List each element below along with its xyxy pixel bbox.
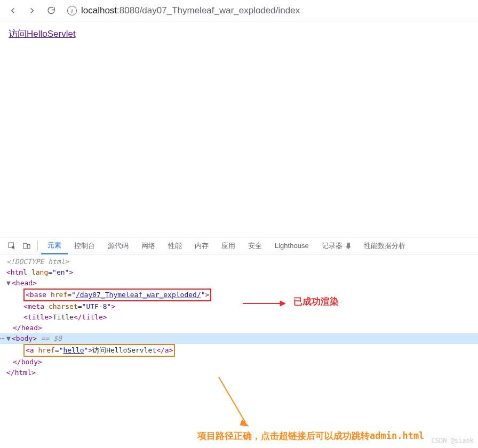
tab-application[interactable]: 应用: [215, 237, 242, 254]
site-info-icon[interactable]: i: [67, 6, 77, 15]
elements-panel[interactable]: <!DOCTYPE html> <html lang="en"> ▼<head>…: [0, 254, 478, 448]
code-body-close[interactable]: </body>: [0, 357, 478, 367]
code-anchor[interactable]: <a href="hello">访问HelloServlet</a>: [0, 344, 478, 357]
device-toggle-icon[interactable]: [19, 242, 34, 250]
tab-security[interactable]: 安全: [242, 237, 268, 254]
code-html-close[interactable]: </html>: [0, 367, 478, 378]
devtools-panel: 元素 控制台 源代码 网络 性能 内存 应用 安全 Lighthouse 记录器…: [0, 237, 478, 448]
tab-elements[interactable]: 元素: [41, 237, 68, 254]
tab-sources[interactable]: 源代码: [101, 237, 135, 254]
back-button[interactable]: [4, 2, 21, 19]
tab-performance[interactable]: 性能: [162, 237, 188, 254]
code-html-open[interactable]: <html lang="en">: [0, 267, 478, 278]
tab-lighthouse[interactable]: Lighthouse: [268, 237, 315, 254]
code-meta[interactable]: <meta charset="UTF-8">: [0, 301, 478, 312]
tab-console[interactable]: 控制台: [68, 237, 101, 254]
code-base[interactable]: <base href="/day07_Thymeleaf_war_explode…: [0, 289, 478, 301]
watermark: CSDN @siaok: [432, 435, 474, 446]
svg-marker-4: [280, 301, 285, 306]
svg-rect-2: [27, 244, 30, 248]
browser-toolbar: i localhost:8080/day07_Thymeleaf_war_exp…: [0, 0, 478, 21]
arrow-red: [243, 298, 285, 309]
url-text: localhost:8080/day07_Thymeleaf_war_explo…: [81, 5, 300, 16]
page-content: 访问HelloServlet: [0, 21, 478, 46]
svg-line-5: [219, 377, 245, 422]
tab-memory[interactable]: 内存: [188, 237, 215, 254]
code-head-close[interactable]: </head>: [0, 323, 478, 333]
arrow-orange: [213, 377, 256, 430]
forward-button[interactable]: [23, 2, 41, 19]
code-head-open[interactable]: ▼<head>: [0, 278, 478, 289]
tab-network[interactable]: 网络: [135, 237, 162, 254]
code-doctype[interactable]: <!DOCTYPE html>: [0, 257, 478, 267]
code-title[interactable]: <title>Title</title>: [0, 312, 478, 323]
annotation-path-correct: 项目路径正确，点击超链接后可以成功跳转admin.html: [197, 430, 424, 441]
code-body-open[interactable]: ⋯▼<body> == $0: [0, 333, 478, 344]
address-bar[interactable]: i localhost:8080/day07_Thymeleaf_war_exp…: [67, 3, 474, 19]
devtools-tabs: 元素 控制台 源代码 网络 性能 内存 应用 安全 Lighthouse 记录器…: [0, 237, 478, 254]
tab-recorder[interactable]: 记录器: [315, 237, 357, 254]
hello-servlet-link[interactable]: 访问HelloServlet: [9, 29, 76, 39]
inspect-icon[interactable]: [4, 242, 19, 250]
reload-button[interactable]: [43, 2, 60, 19]
svg-rect-1: [23, 243, 27, 248]
tab-perf-insights[interactable]: 性能数据分析: [357, 237, 412, 254]
